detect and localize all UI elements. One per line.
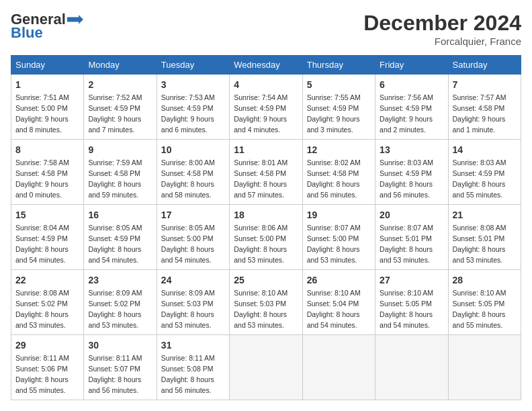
day-info: Sunrise: 7:52 AMSunset: 4:59 PMDaylight:… [88, 93, 142, 134]
day-info: Sunrise: 8:05 AMSunset: 4:59 PMDaylight:… [88, 224, 142, 264]
calendar-week-row: 8 Sunrise: 7:58 AMSunset: 4:58 PMDayligh… [11, 140, 521, 205]
header-wednesday: Wednesday [230, 56, 302, 75]
calendar-cell: 23 Sunrise: 8:09 AMSunset: 5:02 PMDaylig… [84, 270, 157, 335]
calendar-cell: 8 Sunrise: 7:58 AMSunset: 4:58 PMDayligh… [11, 140, 84, 205]
day-info: Sunrise: 8:07 AMSunset: 5:00 PMDaylight:… [307, 224, 361, 264]
day-number: 26 [307, 273, 371, 287]
calendar-week-row: 22 Sunrise: 8:08 AMSunset: 5:02 PMDaylig… [11, 270, 521, 335]
day-number: 7 [453, 78, 517, 91]
day-number: 11 [234, 143, 298, 156]
day-number: 3 [161, 78, 225, 91]
calendar-cell: 20 Sunrise: 8:07 AMSunset: 5:01 PMDaylig… [375, 205, 448, 270]
day-info: Sunrise: 8:11 AMSunset: 5:06 PMDaylight:… [15, 354, 69, 394]
calendar-cell [375, 335, 448, 400]
calendar-cell: 6 Sunrise: 7:56 AMSunset: 4:59 PMDayligh… [375, 75, 448, 140]
calendar-cell [448, 335, 521, 400]
calendar-cell: 22 Sunrise: 8:08 AMSunset: 5:02 PMDaylig… [11, 270, 84, 335]
calendar-cell: 26 Sunrise: 8:10 AMSunset: 5:04 PMDaylig… [302, 270, 375, 335]
calendar-week-row: 15 Sunrise: 8:04 AMSunset: 4:59 PMDaylig… [11, 205, 521, 270]
day-info: Sunrise: 7:54 AMSunset: 4:59 PMDaylight:… [234, 93, 287, 134]
calendar-week-row: 1 Sunrise: 7:51 AMSunset: 5:00 PMDayligh… [11, 75, 521, 140]
day-number: 15 [15, 208, 79, 222]
title-block: December 2024 Forcalquier, France [363, 11, 521, 47]
day-info: Sunrise: 8:06 AMSunset: 5:00 PMDaylight:… [234, 224, 287, 264]
day-info: Sunrise: 8:07 AMSunset: 5:01 PMDaylight:… [380, 224, 433, 264]
calendar-cell: 14 Sunrise: 8:03 AMSunset: 4:59 PMDaylig… [448, 140, 521, 205]
calendar-cell: 5 Sunrise: 7:55 AMSunset: 4:59 PMDayligh… [302, 75, 375, 140]
day-number: 5 [307, 78, 371, 91]
calendar-cell: 2 Sunrise: 7:52 AMSunset: 4:59 PMDayligh… [84, 75, 157, 140]
calendar-cell: 1 Sunrise: 7:51 AMSunset: 5:00 PMDayligh… [11, 75, 84, 140]
day-number: 29 [15, 338, 79, 352]
day-number: 9 [88, 143, 152, 156]
day-info: Sunrise: 8:03 AMSunset: 4:59 PMDaylight:… [453, 158, 506, 199]
day-info: Sunrise: 8:10 AMSunset: 5:03 PMDaylight:… [234, 289, 287, 329]
day-info: Sunrise: 8:10 AMSunset: 5:05 PMDaylight:… [453, 289, 506, 329]
calendar-cell: 31 Sunrise: 8:11 AMSunset: 5:08 PMDaylig… [157, 335, 229, 400]
calendar-cell: 7 Sunrise: 7:57 AMSunset: 4:58 PMDayligh… [448, 75, 521, 140]
calendar-cell: 21 Sunrise: 8:08 AMSunset: 5:01 PMDaylig… [448, 205, 521, 270]
day-number: 27 [380, 273, 443, 287]
day-number: 16 [88, 208, 152, 222]
day-number: 1 [15, 78, 79, 91]
header-sunday: Sunday [11, 56, 84, 75]
calendar-cell: 18 Sunrise: 8:06 AMSunset: 5:00 PMDaylig… [230, 205, 302, 270]
day-info: Sunrise: 7:56 AMSunset: 4:59 PMDaylight:… [380, 93, 433, 134]
calendar-cell: 27 Sunrise: 8:10 AMSunset: 5:05 PMDaylig… [375, 270, 448, 335]
day-info: Sunrise: 7:55 AMSunset: 4:59 PMDaylight:… [307, 93, 361, 134]
calendar-body: 1 Sunrise: 7:51 AMSunset: 5:00 PMDayligh… [11, 75, 521, 400]
day-number: 4 [234, 78, 298, 91]
calendar-cell: 12 Sunrise: 8:02 AMSunset: 4:58 PMDaylig… [302, 140, 375, 205]
day-info: Sunrise: 8:00 AMSunset: 4:58 PMDaylight:… [161, 158, 215, 199]
day-number: 24 [161, 273, 225, 287]
day-info: Sunrise: 8:11 AMSunset: 5:07 PMDaylight:… [88, 354, 142, 394]
day-info: Sunrise: 8:08 AMSunset: 5:01 PMDaylight:… [453, 224, 506, 264]
day-number: 17 [161, 208, 225, 222]
calendar-cell: 15 Sunrise: 8:04 AMSunset: 4:59 PMDaylig… [11, 205, 84, 270]
day-number: 6 [380, 78, 443, 91]
day-info: Sunrise: 7:53 AMSunset: 4:59 PMDaylight:… [161, 93, 215, 134]
header-friday: Friday [375, 56, 448, 75]
day-info: Sunrise: 8:05 AMSunset: 5:00 PMDaylight:… [161, 224, 215, 264]
day-number: 18 [234, 208, 298, 222]
weekday-header-row: Sunday Monday Tuesday Wednesday Thursday… [11, 56, 521, 75]
day-number: 20 [380, 208, 443, 222]
calendar-cell: 10 Sunrise: 8:00 AMSunset: 4:58 PMDaylig… [157, 140, 229, 205]
day-info: Sunrise: 7:58 AMSunset: 4:58 PMDaylight:… [15, 158, 69, 199]
day-number: 13 [380, 143, 443, 156]
month-year: December 2024 [363, 11, 521, 36]
day-number: 19 [307, 208, 371, 222]
logo: General Blue [11, 11, 83, 42]
day-info: Sunrise: 8:10 AMSunset: 5:05 PMDaylight:… [380, 289, 433, 329]
day-info: Sunrise: 7:59 AMSunset: 4:58 PMDaylight:… [88, 158, 142, 199]
calendar-cell: 3 Sunrise: 7:53 AMSunset: 4:59 PMDayligh… [157, 75, 229, 140]
calendar-cell: 24 Sunrise: 8:09 AMSunset: 5:03 PMDaylig… [157, 270, 229, 335]
calendar-cell: 29 Sunrise: 8:11 AMSunset: 5:06 PMDaylig… [11, 335, 84, 400]
day-number: 8 [15, 143, 79, 156]
day-number: 31 [161, 338, 225, 352]
day-info: Sunrise: 7:51 AMSunset: 5:00 PMDaylight:… [15, 93, 69, 134]
location: Forcalquier, France [363, 36, 521, 47]
day-number: 2 [88, 78, 152, 91]
header-monday: Monday [84, 56, 157, 75]
calendar-week-row: 29 Sunrise: 8:11 AMSunset: 5:06 PMDaylig… [11, 335, 521, 400]
calendar-table: Sunday Monday Tuesday Wednesday Thursday… [11, 55, 521, 400]
day-info: Sunrise: 8:01 AMSunset: 4:58 PMDaylight:… [234, 158, 287, 199]
day-info: Sunrise: 8:09 AMSunset: 5:02 PMDaylight:… [88, 289, 142, 329]
calendar-cell: 30 Sunrise: 8:11 AMSunset: 5:07 PMDaylig… [84, 335, 157, 400]
header-thursday: Thursday [302, 56, 375, 75]
day-info: Sunrise: 7:57 AMSunset: 4:58 PMDaylight:… [453, 93, 506, 134]
calendar-cell: 19 Sunrise: 8:07 AMSunset: 5:00 PMDaylig… [302, 205, 375, 270]
calendar-cell: 9 Sunrise: 7:59 AMSunset: 4:58 PMDayligh… [84, 140, 157, 205]
day-info: Sunrise: 8:11 AMSunset: 5:08 PMDaylight:… [161, 354, 215, 394]
logo-blue: Blue [11, 24, 43, 42]
calendar-cell: 28 Sunrise: 8:10 AMSunset: 5:05 PMDaylig… [448, 270, 521, 335]
header-saturday: Saturday [448, 56, 521, 75]
day-info: Sunrise: 8:10 AMSunset: 5:04 PMDaylight:… [307, 289, 361, 329]
day-number: 28 [453, 273, 517, 287]
day-number: 21 [453, 208, 517, 222]
day-info: Sunrise: 8:09 AMSunset: 5:03 PMDaylight:… [161, 289, 215, 329]
day-number: 12 [307, 143, 371, 156]
header-tuesday: Tuesday [157, 56, 229, 75]
day-number: 22 [15, 273, 79, 287]
